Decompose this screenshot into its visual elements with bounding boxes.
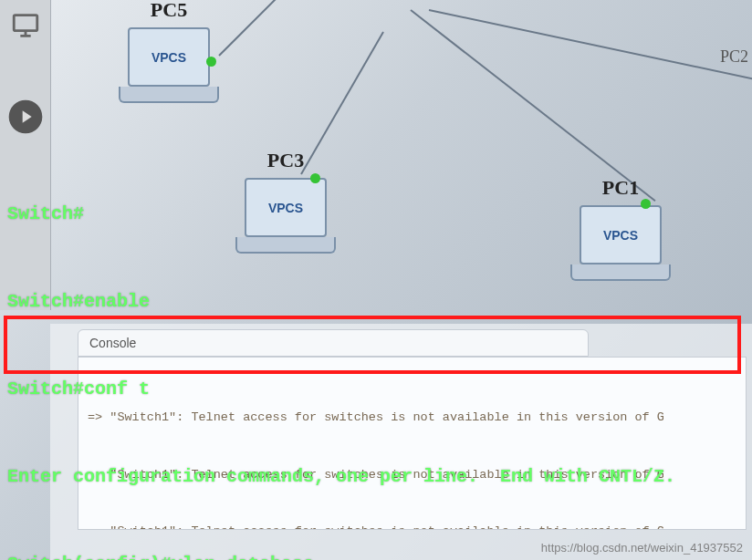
pc5-label: PC5 [151,0,187,22]
pc2-label: PC2 [720,47,748,67]
monitor-icon[interactable] [7,7,44,44]
watermark-text: https://blog.csdn.net/weixin_41937552 [541,541,743,555]
svg-rect-0 [14,16,37,31]
terminal-overlay: Switch# Switch#enable Switch#conf t Ente… [7,141,752,560]
device-pc5[interactable]: PC5 VPCS [119,27,219,103]
term-line: Switch#conf t [7,375,752,404]
play-icon[interactable] [7,99,44,135]
term-line: Switch#enable [7,287,752,316]
term-line: Enter configuration commands, one per li… [7,462,752,492]
pc5-screen: VPCS [128,27,210,87]
term-line: Switch# [7,200,752,229]
